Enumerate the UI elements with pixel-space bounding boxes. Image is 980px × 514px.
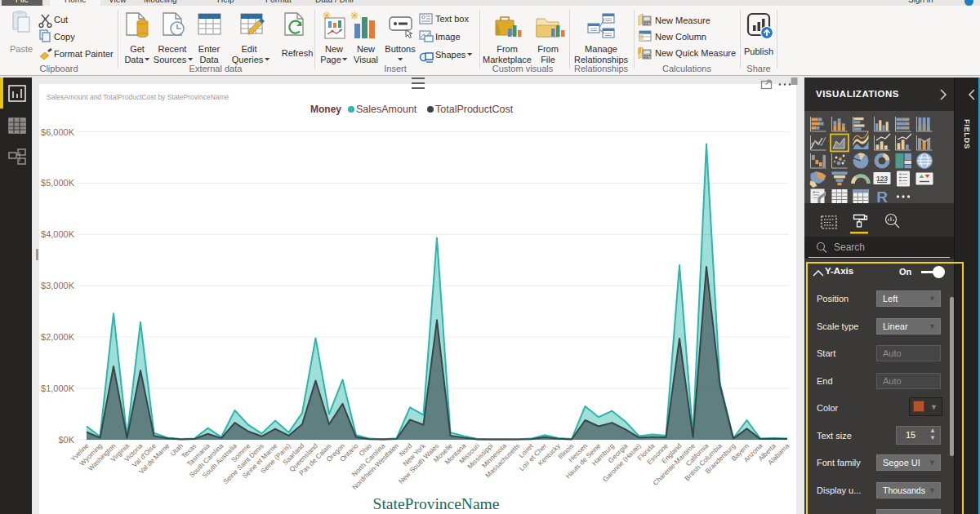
svg-text:From: From <box>537 44 559 54</box>
svg-text:$5,000K: $5,000K <box>41 178 75 188</box>
svg-text:Paste: Paste <box>10 44 33 54</box>
svg-text:Image: Image <box>435 32 461 42</box>
svg-text:$6,000K: $6,000K <box>41 127 75 137</box>
svg-text:Data: Data <box>124 55 144 64</box>
svg-text:123: 123 <box>876 175 888 183</box>
svg-text:Format Painter: Format Painter <box>54 49 114 59</box>
svg-text:Get: Get <box>130 44 145 54</box>
svg-text:$3,000K: $3,000K <box>41 281 75 290</box>
svg-text:File: File <box>541 55 555 64</box>
svg-text:StateProvinceName: StateProvinceName <box>373 495 500 512</box>
svg-text:Sources: Sources <box>154 55 187 64</box>
svg-text:New Quick Measure: New Quick Measure <box>655 48 736 58</box>
svg-text:Refresh: Refresh <box>282 48 314 58</box>
svg-text:New: New <box>357 44 375 54</box>
svg-text:From: From <box>497 44 518 54</box>
svg-text:Shapes: Shapes <box>435 50 466 60</box>
svg-text:New Column: New Column <box>655 32 706 42</box>
svg-text:$0K: $0K <box>58 435 74 445</box>
svg-text:Data: Data <box>199 55 219 64</box>
svg-text:$2,000K: $2,000K <box>41 332 75 342</box>
svg-text:New: New <box>325 44 343 54</box>
svg-text:Copy: Copy <box>54 32 75 42</box>
svg-text:Manage: Manage <box>585 44 617 54</box>
svg-text:Relationships: Relationships <box>574 55 629 64</box>
svg-text:New Measure: New Measure <box>655 16 710 25</box>
svg-text:Edit: Edit <box>242 44 257 54</box>
svg-text:$1,000K: $1,000K <box>41 383 75 393</box>
svg-text:Marketplace: Marketplace <box>483 55 532 64</box>
svg-text:Buttons: Buttons <box>385 44 416 54</box>
svg-text:Queries: Queries <box>232 55 264 64</box>
svg-text:Page: Page <box>320 55 341 64</box>
svg-text:Visual: Visual <box>354 55 378 64</box>
svg-text:$4,000K: $4,000K <box>41 229 75 239</box>
svg-text:Recent: Recent <box>158 44 187 54</box>
svg-text:Enter: Enter <box>198 44 220 54</box>
svg-text:Cut: Cut <box>54 15 68 24</box>
svg-text:Publish: Publish <box>744 47 773 56</box>
svg-text:Text box: Text box <box>435 14 469 24</box>
